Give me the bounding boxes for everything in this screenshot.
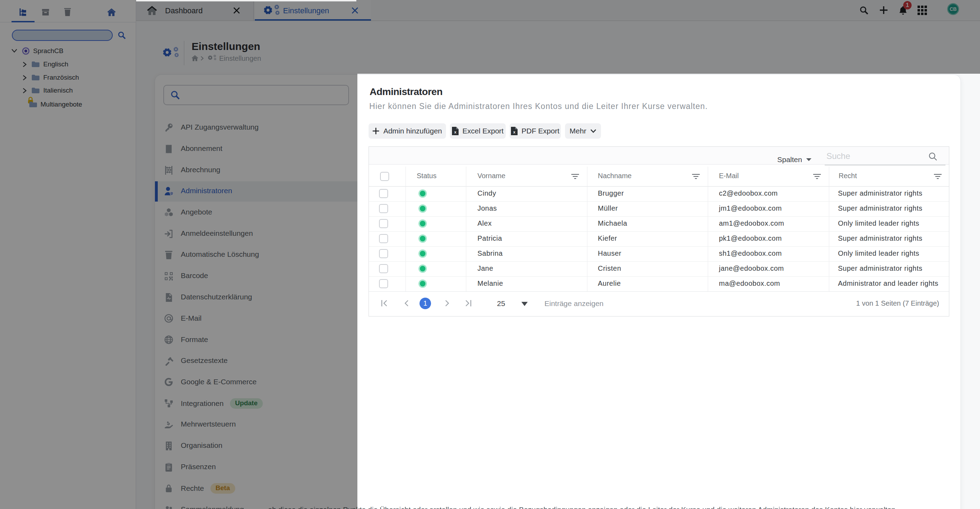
svg-text:x: x <box>513 130 516 134</box>
svg-text:x: x <box>454 130 457 134</box>
